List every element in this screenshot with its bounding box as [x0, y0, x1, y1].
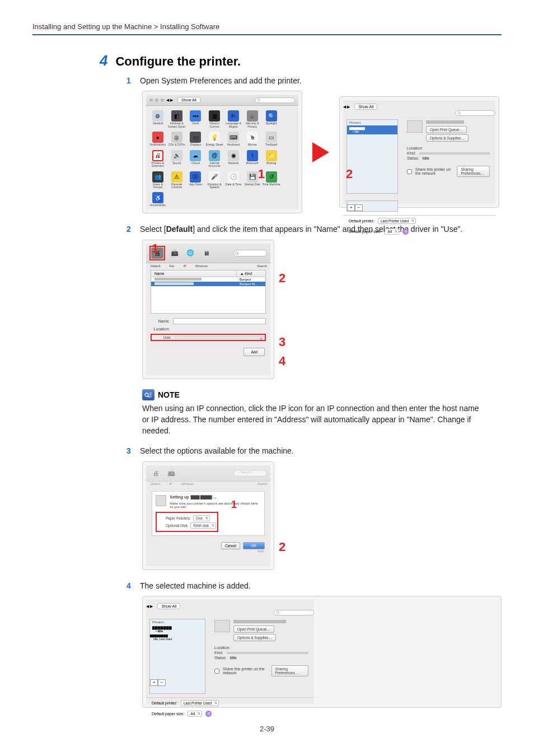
callout-2: 2: [279, 271, 285, 286]
sidebar-printer-item[interactable]: ▇▇▇▇▇▇▇• Idle: [150, 625, 205, 634]
sysprefs-accessibility[interactable]: ♿Accessibility: [148, 192, 167, 207]
add-tab-windows[interactable]: 🖥: [200, 248, 212, 259]
sysprefs-parental-controls[interactable]: ⚠Parental Controls: [167, 171, 186, 189]
note-label: NOTE: [158, 390, 180, 399]
sysprefs-general[interactable]: ⚙General: [148, 110, 167, 128]
note-text: When using an IP connection, click the I…: [142, 403, 484, 437]
open-print-queue-button[interactable]: Open Print Queue…: [233, 626, 274, 633]
sysprefs-printers-scanners[interactable]: 🖨Printers & Scanners: [148, 150, 167, 168]
sysprefs-bluetooth[interactable]: ᚼBluetooth: [243, 150, 261, 168]
add-name-field[interactable]: [173, 318, 266, 324]
sysprefs-sound[interactable]: 🔈Sound: [167, 150, 186, 168]
sysprefs-date-time[interactable]: 🕒Date & Time: [224, 171, 243, 189]
note-icon: [142, 389, 154, 400]
svg-line-7: [148, 396, 149, 398]
remove-printer-minus-button[interactable]: −: [355, 204, 363, 211]
svg-line-3: [460, 114, 461, 115]
sysprefs-icloud[interactable]: ☁iCloud: [186, 150, 205, 168]
note-box: NOTE When using an IP connection, click …: [142, 389, 502, 437]
substep-1-text: Open System Preferences and add the prin…: [140, 75, 502, 86]
breadcrumb: Installing and Setting up the Machine > …: [32, 22, 502, 35]
page-number: 2-39: [32, 725, 502, 733]
callout-3: 3: [279, 335, 285, 349]
add-printer-plus-button[interactable]: +: [150, 679, 158, 686]
sysprefs-energy-saver[interactable]: 💡Energy Saver: [205, 132, 224, 146]
opts-search-input[interactable]: Search: [233, 470, 267, 477]
sysprefs-cds-dvds[interactable]: ◎CDs & DVDs: [167, 132, 186, 146]
options-supplies-button[interactable]: Options & Supplies…: [426, 134, 469, 142]
add-use-select[interactable]: [175, 336, 264, 338]
remove-printer-minus-button[interactable]: −: [158, 679, 166, 686]
share-printer-checkbox[interactable]: [407, 169, 412, 174]
sysprefs-keyboard[interactable]: ⌨Keyboard: [224, 132, 243, 146]
search-input[interactable]: [274, 610, 314, 615]
show-all-button[interactable]: Show All: [354, 104, 377, 110]
paper-feeders-select[interactable]: One: [193, 515, 210, 521]
optional-disk-select[interactable]: RAM disk: [190, 522, 216, 529]
show-all-button[interactable]: Show All: [177, 97, 200, 103]
svg-line-5: [237, 254, 238, 255]
sysprefs-displays[interactable]: ▭Displays: [186, 132, 205, 146]
search-input[interactable]: [455, 110, 495, 116]
breadcrumb-sep: >: [154, 22, 158, 31]
help-icon[interactable]: ?: [205, 711, 212, 717]
sysprefs-mission-control[interactable]: ▦Mission Control: [205, 110, 224, 128]
add-printer-plus-button[interactable]: +: [347, 204, 355, 211]
step-title: Configure the printer.: [115, 54, 241, 69]
default-printer-select[interactable]: Last Printer Used: [378, 218, 416, 224]
open-print-queue-button[interactable]: Open Print Queue…: [426, 126, 467, 133]
sysprefs-app-store[interactable]: ⒶApp Store: [186, 171, 205, 189]
sysprefs-network[interactable]: ◉Network: [224, 150, 243, 168]
share-printer-checkbox[interactable]: [214, 669, 219, 674]
sysprefs-language-region[interactable]: 🏳Language & Region: [224, 110, 243, 128]
screenshot-printers-scanners: ◀ ▶ Show All Printers ▇▇▇▇▇▇▇ • Idle: [339, 96, 499, 208]
window-dot: [149, 99, 153, 102]
substep-4-text: The selected machine is added.: [140, 580, 502, 591]
sysprefs-dock[interactable]: •••Dock: [186, 110, 205, 128]
substep-3-num: 3: [127, 446, 134, 455]
sysprefs-security-privacy[interactable]: ⌂Security & Privacy: [243, 110, 261, 128]
substep-1-num: 1: [127, 76, 134, 85]
add-location-field[interactable]: [173, 326, 266, 332]
sysprefs-mouse[interactable]: 🖱Mouse: [243, 132, 261, 146]
add-button[interactable]: Add: [243, 348, 265, 356]
sysprefs-dictation-speech[interactable]: 🎤Dictation & Speech: [205, 171, 224, 189]
default-printer-select[interactable]: Last Printer Used: [181, 700, 219, 706]
breadcrumb-section: Installing and Setting up the Machine: [32, 22, 152, 31]
window-dot: [161, 99, 164, 102]
svg-line-1: [260, 100, 261, 101]
substep-4-num: 4: [127, 581, 134, 590]
show-all-button[interactable]: Show All: [157, 603, 180, 609]
add-search-input[interactable]: [233, 250, 267, 256]
sysprefs-users-groups[interactable]: 👥Users & Groups: [148, 171, 167, 189]
window-dot: [155, 99, 158, 102]
screenshot-sysprefs: ◀ ▶ Show All ⚙General◧Desktop & Screen S…: [142, 91, 302, 213]
ok-button[interactable]: OK: [243, 542, 265, 549]
sharing-preferences-button[interactable]: Sharing Preferences…: [457, 166, 490, 177]
sysprefs-notifications[interactable]: ●Notifications: [148, 132, 167, 146]
default-paper-select[interactable]: A4: [385, 228, 399, 235]
options-supplies-button[interactable]: Options & Supplies…: [233, 634, 276, 641]
add-printer-list[interactable]: Name▲ Kind Bonjour Bonjour M...: [151, 270, 266, 314]
sysprefs-sharing[interactable]: 📁Sharing: [262, 150, 280, 168]
substep-2-num: 2: [127, 225, 134, 234]
sysprefs-time-machine[interactable]: ↺Time Machine: [262, 171, 280, 189]
callout-1: 1: [258, 167, 265, 181]
breadcrumb-subsection: Installing Software: [160, 22, 219, 31]
help-icon[interactable]: ?: [402, 228, 409, 235]
screenshot-add-printer: 🖨 📠 🌐 🖥 DefaultFaxIPWindows Search: [142, 240, 274, 379]
sysprefs-desktop-screen-saver[interactable]: ◧Desktop & Screen Saver: [167, 110, 186, 128]
search-input[interactable]: [255, 97, 295, 103]
add-tab-ip[interactable]: 🌐: [184, 248, 196, 259]
screenshot-options-dialog: 🖨 📠 Search DefaultIPWindowsSearch Settin…: [142, 461, 274, 570]
add-tab-fax[interactable]: 📠: [168, 248, 181, 259]
sysprefs-trackpad[interactable]: ▭Trackpad: [262, 132, 280, 146]
sharing-preferences-button[interactable]: Sharing Preferences…: [271, 665, 308, 676]
sidebar-printer-item[interactable]: ▇▇▇▇▇▇▇▇ Idle, Last Used: [150, 634, 205, 641]
sysprefs-spotlight[interactable]: 🔍Spotlight: [262, 110, 280, 128]
cancel-button[interactable]: Cancel: [221, 542, 240, 549]
default-paper-select[interactable]: A4: [188, 711, 202, 717]
callout-2: 2: [279, 540, 285, 554]
sysprefs-internet-accounts[interactable]: @Internet Accounts: [205, 150, 224, 168]
sidebar-printer-item[interactable]: ▇▇▇▇▇▇▇ • Idle: [347, 125, 397, 134]
